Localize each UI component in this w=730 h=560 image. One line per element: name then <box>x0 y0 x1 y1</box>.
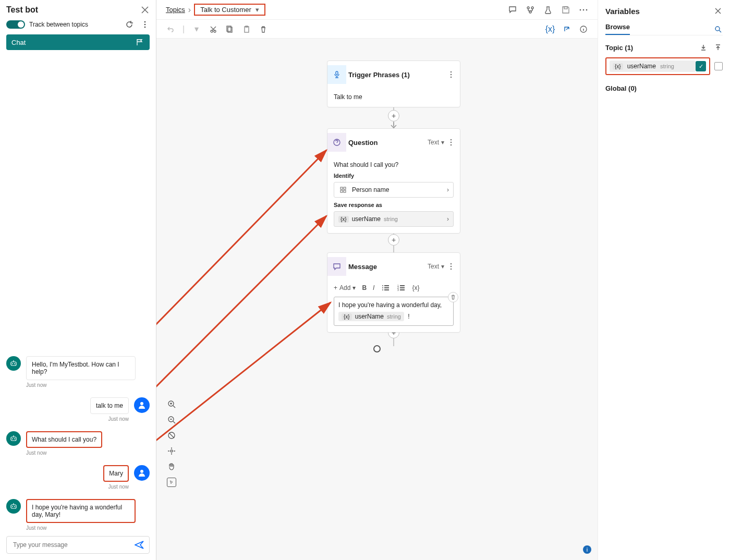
more-icon[interactable] <box>446 262 456 271</box>
svg-point-40 <box>451 263 452 264</box>
tab-browse[interactable]: Browse <box>605 23 630 35</box>
open-icon[interactable] <box>562 25 571 34</box>
trigger-node[interactable]: Trigger Phrases (1) Talk to me <box>327 60 460 107</box>
svg-rect-38 <box>340 190 343 192</box>
svg-point-42 <box>451 269 452 270</box>
add-button[interactable]: + Add ▾ <box>334 284 356 291</box>
save-as-field[interactable]: {x} userName string › <box>334 211 454 227</box>
paste-icon[interactable] <box>242 25 251 34</box>
test-bot-panel: Test bot Track between topics Chat Hello… <box>0 0 156 560</box>
track-actions <box>125 20 150 29</box>
timestamp: Just now <box>90 416 129 422</box>
variables-header: Variables <box>605 6 723 16</box>
svg-rect-39 <box>344 190 346 192</box>
add-node-button[interactable]: + <box>388 110 399 121</box>
close-icon[interactable] <box>140 5 150 15</box>
node-title: Trigger Phrases (1) <box>348 71 446 79</box>
global-section-header: Global (0) <box>605 84 723 92</box>
variable-row: {x} userName string ✓ <box>605 57 723 75</box>
app-root: Test bot Track between topics Chat Hello… <box>0 0 730 560</box>
svg-point-58 <box>171 450 173 452</box>
insert-variable-button[interactable]: {x} <box>412 284 419 291</box>
export-icon[interactable] <box>713 43 723 52</box>
add-node-button[interactable]: + <box>388 234 399 246</box>
svg-point-35 <box>451 144 452 145</box>
variable-chip[interactable]: {x} userName string <box>338 312 404 321</box>
svg-point-30 <box>451 74 452 75</box>
delete-icon[interactable] <box>259 25 268 34</box>
chat-input[interactable] <box>6 536 150 554</box>
chevron-down-icon: ▾ <box>256 6 259 14</box>
italic-button[interactable]: I <box>373 284 374 291</box>
test-panel-title: Test bot <box>6 5 38 15</box>
timestamp: Just now <box>26 450 102 456</box>
chevron-down-icon: ▾ <box>441 263 444 270</box>
branch-icon[interactable] <box>526 5 535 15</box>
more-icon[interactable] <box>446 70 456 79</box>
delete-variation-button[interactable] <box>448 292 458 302</box>
info-badge-icon[interactable]: i <box>583 545 591 554</box>
variable-item[interactable]: {x} userName string ✓ <box>605 57 710 75</box>
canvas-toolbar: | ▾ {x} <box>156 20 598 39</box>
close-icon[interactable] <box>713 6 723 16</box>
breadcrumb-current[interactable]: Talk to Customer ▾ <box>194 4 265 16</box>
variable-icon[interactable]: {x} <box>545 25 555 34</box>
track-toggle[interactable] <box>6 20 25 29</box>
variable-name: userName <box>355 313 384 320</box>
zoom-in-icon[interactable] <box>167 399 176 409</box>
message-icon <box>327 257 346 276</box>
chevron-right-icon: › <box>188 5 191 15</box>
recenter-icon[interactable] <box>167 446 176 456</box>
select-icon[interactable] <box>167 478 176 487</box>
info-icon[interactable] <box>579 25 588 34</box>
question-prompt: What should I call you? <box>334 161 454 168</box>
checked-icon[interactable]: ✓ <box>696 61 706 71</box>
message-col: I hope you're having a wonderful day, Ma… <box>26 499 136 531</box>
message-bubble: talk to me <box>90 397 129 414</box>
message-node[interactable]: Message Text▾ + Add ▾ B I 123 {x} I hope… <box>327 252 460 333</box>
svg-point-62 <box>715 27 720 31</box>
bullet-list-icon[interactable] <box>381 283 390 293</box>
flask-icon[interactable] <box>543 5 553 15</box>
chevron-down-icon: ▾ <box>352 284 356 291</box>
more-icon[interactable] <box>446 138 456 147</box>
variable-type: string <box>660 63 674 69</box>
identify-field[interactable]: Person name › <box>334 182 454 198</box>
bold-button[interactable]: B <box>362 284 367 291</box>
search-icon[interactable] <box>713 25 723 34</box>
zoom-out-icon[interactable] <box>167 415 176 424</box>
authoring-canvas[interactable]: + + + Trigger Phrases (1) Talk to me <box>156 39 598 560</box>
trigger-icon <box>327 65 346 84</box>
cut-icon[interactable] <box>209 25 218 34</box>
more-icon[interactable] <box>579 5 588 15</box>
more-icon[interactable] <box>140 20 150 29</box>
hand-icon[interactable] <box>167 462 176 471</box>
variables-title: Variables <box>605 7 640 16</box>
number-list-icon[interactable]: 123 <box>396 283 406 293</box>
send-icon[interactable] <box>135 540 144 550</box>
message-editor[interactable]: I hope you're having a wonderful day, {x… <box>334 297 454 326</box>
flag-icon[interactable] <box>135 38 144 47</box>
undo-icon[interactable] <box>166 25 175 34</box>
breadcrumb-root[interactable]: Topics <box>166 6 185 14</box>
import-icon[interactable] <box>699 43 708 52</box>
chevron-down-icon[interactable]: ▾ <box>192 25 201 34</box>
save-icon[interactable] <box>561 5 570 15</box>
chat-input-field[interactable] <box>12 541 130 549</box>
checkbox[interactable] <box>714 62 723 70</box>
question-node[interactable]: Question Text▾ What should I call you? I… <box>327 128 460 234</box>
refresh-icon[interactable] <box>125 20 134 29</box>
copy-icon[interactable] <box>225 25 235 34</box>
timestamp: Just now <box>26 525 136 531</box>
chat-body: Hello, I'm MyTestbot. How can I help? Ju… <box>6 50 150 531</box>
track-label: Track between topics <box>29 21 88 28</box>
divider-icon: | <box>182 25 185 34</box>
fit-icon[interactable] <box>167 431 176 440</box>
node-header: Trigger Phrases (1) <box>327 61 460 88</box>
output-type-select[interactable]: Text▾ <box>428 139 444 146</box>
output-type-select[interactable]: Text▾ <box>428 263 444 270</box>
chat-tab[interactable]: Chat <box>6 34 150 50</box>
svg-point-14 <box>527 7 529 9</box>
comment-icon[interactable] <box>508 5 517 15</box>
message-bubble: Mary <box>103 465 129 482</box>
